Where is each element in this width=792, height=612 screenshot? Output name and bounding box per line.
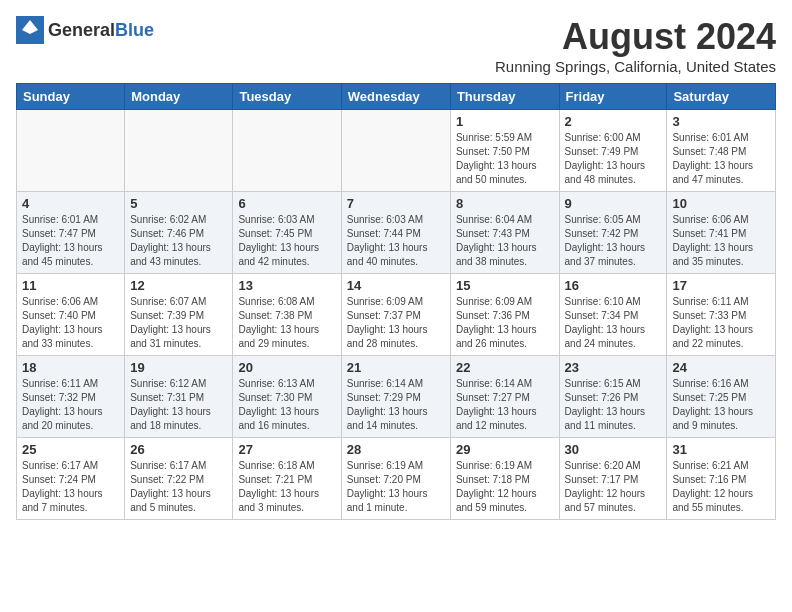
- calendar-day-29: 29Sunrise: 6:19 AM Sunset: 7:18 PM Dayli…: [450, 438, 559, 520]
- calendar-week-5: 25Sunrise: 6:17 AM Sunset: 7:24 PM Dayli…: [17, 438, 776, 520]
- day-number: 5: [130, 196, 227, 211]
- day-number: 9: [565, 196, 662, 211]
- page-header: GeneralBlue August 2024 Running Springs,…: [16, 16, 776, 75]
- day-number: 10: [672, 196, 770, 211]
- day-number: 24: [672, 360, 770, 375]
- calendar-day-25: 25Sunrise: 6:17 AM Sunset: 7:24 PM Dayli…: [17, 438, 125, 520]
- day-number: 7: [347, 196, 445, 211]
- col-header-saturday: Saturday: [667, 84, 776, 110]
- day-number: 11: [22, 278, 119, 293]
- col-header-wednesday: Wednesday: [341, 84, 450, 110]
- col-header-tuesday: Tuesday: [233, 84, 341, 110]
- day-info: Sunrise: 6:05 AM Sunset: 7:42 PM Dayligh…: [565, 213, 662, 269]
- calendar-week-2: 4Sunrise: 6:01 AM Sunset: 7:47 PM Daylig…: [17, 192, 776, 274]
- col-header-friday: Friday: [559, 84, 667, 110]
- day-number: 8: [456, 196, 554, 211]
- day-info: Sunrise: 6:07 AM Sunset: 7:39 PM Dayligh…: [130, 295, 227, 351]
- calendar-day-empty: [17, 110, 125, 192]
- calendar-day-15: 15Sunrise: 6:09 AM Sunset: 7:36 PM Dayli…: [450, 274, 559, 356]
- day-info: Sunrise: 6:14 AM Sunset: 7:27 PM Dayligh…: [456, 377, 554, 433]
- calendar-day-21: 21Sunrise: 6:14 AM Sunset: 7:29 PM Dayli…: [341, 356, 450, 438]
- location: Running Springs, California, United Stat…: [495, 58, 776, 75]
- calendar-day-empty: [233, 110, 341, 192]
- calendar-day-23: 23Sunrise: 6:15 AM Sunset: 7:26 PM Dayli…: [559, 356, 667, 438]
- day-number: 18: [22, 360, 119, 375]
- day-info: Sunrise: 6:20 AM Sunset: 7:17 PM Dayligh…: [565, 459, 662, 515]
- day-number: 3: [672, 114, 770, 129]
- col-header-monday: Monday: [125, 84, 233, 110]
- day-number: 13: [238, 278, 335, 293]
- calendar-day-22: 22Sunrise: 6:14 AM Sunset: 7:27 PM Dayli…: [450, 356, 559, 438]
- day-number: 2: [565, 114, 662, 129]
- day-number: 20: [238, 360, 335, 375]
- day-number: 12: [130, 278, 227, 293]
- day-info: Sunrise: 6:18 AM Sunset: 7:21 PM Dayligh…: [238, 459, 335, 515]
- day-info: Sunrise: 6:02 AM Sunset: 7:46 PM Dayligh…: [130, 213, 227, 269]
- day-info: Sunrise: 5:59 AM Sunset: 7:50 PM Dayligh…: [456, 131, 554, 187]
- calendar-day-4: 4Sunrise: 6:01 AM Sunset: 7:47 PM Daylig…: [17, 192, 125, 274]
- calendar-day-13: 13Sunrise: 6:08 AM Sunset: 7:38 PM Dayli…: [233, 274, 341, 356]
- day-info: Sunrise: 6:03 AM Sunset: 7:45 PM Dayligh…: [238, 213, 335, 269]
- calendar-day-17: 17Sunrise: 6:11 AM Sunset: 7:33 PM Dayli…: [667, 274, 776, 356]
- day-number: 29: [456, 442, 554, 457]
- day-info: Sunrise: 6:06 AM Sunset: 7:41 PM Dayligh…: [672, 213, 770, 269]
- calendar-day-6: 6Sunrise: 6:03 AM Sunset: 7:45 PM Daylig…: [233, 192, 341, 274]
- logo-icon: [16, 16, 44, 44]
- calendar-day-28: 28Sunrise: 6:19 AM Sunset: 7:20 PM Dayli…: [341, 438, 450, 520]
- month-year: August 2024: [495, 16, 776, 58]
- day-number: 25: [22, 442, 119, 457]
- day-number: 30: [565, 442, 662, 457]
- calendar-day-26: 26Sunrise: 6:17 AM Sunset: 7:22 PM Dayli…: [125, 438, 233, 520]
- calendar-day-14: 14Sunrise: 6:09 AM Sunset: 7:37 PM Dayli…: [341, 274, 450, 356]
- day-number: 17: [672, 278, 770, 293]
- day-number: 31: [672, 442, 770, 457]
- calendar-week-1: 1Sunrise: 5:59 AM Sunset: 7:50 PM Daylig…: [17, 110, 776, 192]
- calendar-day-12: 12Sunrise: 6:07 AM Sunset: 7:39 PM Dayli…: [125, 274, 233, 356]
- calendar-day-empty: [341, 110, 450, 192]
- day-info: Sunrise: 6:12 AM Sunset: 7:31 PM Dayligh…: [130, 377, 227, 433]
- col-header-thursday: Thursday: [450, 84, 559, 110]
- day-number: 1: [456, 114, 554, 129]
- day-info: Sunrise: 6:04 AM Sunset: 7:43 PM Dayligh…: [456, 213, 554, 269]
- day-number: 28: [347, 442, 445, 457]
- day-info: Sunrise: 6:09 AM Sunset: 7:36 PM Dayligh…: [456, 295, 554, 351]
- day-number: 27: [238, 442, 335, 457]
- day-info: Sunrise: 6:15 AM Sunset: 7:26 PM Dayligh…: [565, 377, 662, 433]
- day-number: 16: [565, 278, 662, 293]
- day-info: Sunrise: 6:17 AM Sunset: 7:24 PM Dayligh…: [22, 459, 119, 515]
- day-number: 23: [565, 360, 662, 375]
- day-number: 6: [238, 196, 335, 211]
- calendar-header-row: SundayMondayTuesdayWednesdayThursdayFrid…: [17, 84, 776, 110]
- calendar-day-empty: [125, 110, 233, 192]
- day-info: Sunrise: 6:00 AM Sunset: 7:49 PM Dayligh…: [565, 131, 662, 187]
- logo-general: General: [48, 20, 115, 40]
- calendar-day-11: 11Sunrise: 6:06 AM Sunset: 7:40 PM Dayli…: [17, 274, 125, 356]
- calendar-day-31: 31Sunrise: 6:21 AM Sunset: 7:16 PM Dayli…: [667, 438, 776, 520]
- day-info: Sunrise: 6:10 AM Sunset: 7:34 PM Dayligh…: [565, 295, 662, 351]
- day-info: Sunrise: 6:08 AM Sunset: 7:38 PM Dayligh…: [238, 295, 335, 351]
- logo-blue: Blue: [115, 20, 154, 40]
- day-info: Sunrise: 6:11 AM Sunset: 7:32 PM Dayligh…: [22, 377, 119, 433]
- calendar-day-16: 16Sunrise: 6:10 AM Sunset: 7:34 PM Dayli…: [559, 274, 667, 356]
- calendar-day-1: 1Sunrise: 5:59 AM Sunset: 7:50 PM Daylig…: [450, 110, 559, 192]
- title-block: August 2024 Running Springs, California,…: [495, 16, 776, 75]
- day-number: 19: [130, 360, 227, 375]
- day-number: 21: [347, 360, 445, 375]
- logo: GeneralBlue: [16, 16, 154, 44]
- day-info: Sunrise: 6:16 AM Sunset: 7:25 PM Dayligh…: [672, 377, 770, 433]
- day-number: 22: [456, 360, 554, 375]
- calendar-day-9: 9Sunrise: 6:05 AM Sunset: 7:42 PM Daylig…: [559, 192, 667, 274]
- calendar-day-2: 2Sunrise: 6:00 AM Sunset: 7:49 PM Daylig…: [559, 110, 667, 192]
- calendar-day-8: 8Sunrise: 6:04 AM Sunset: 7:43 PM Daylig…: [450, 192, 559, 274]
- calendar-day-10: 10Sunrise: 6:06 AM Sunset: 7:41 PM Dayli…: [667, 192, 776, 274]
- day-info: Sunrise: 6:11 AM Sunset: 7:33 PM Dayligh…: [672, 295, 770, 351]
- day-number: 4: [22, 196, 119, 211]
- day-info: Sunrise: 6:14 AM Sunset: 7:29 PM Dayligh…: [347, 377, 445, 433]
- calendar-day-3: 3Sunrise: 6:01 AM Sunset: 7:48 PM Daylig…: [667, 110, 776, 192]
- day-info: Sunrise: 6:01 AM Sunset: 7:48 PM Dayligh…: [672, 131, 770, 187]
- day-info: Sunrise: 6:01 AM Sunset: 7:47 PM Dayligh…: [22, 213, 119, 269]
- calendar-table: SundayMondayTuesdayWednesdayThursdayFrid…: [16, 83, 776, 520]
- day-info: Sunrise: 6:09 AM Sunset: 7:37 PM Dayligh…: [347, 295, 445, 351]
- calendar-day-27: 27Sunrise: 6:18 AM Sunset: 7:21 PM Dayli…: [233, 438, 341, 520]
- day-info: Sunrise: 6:03 AM Sunset: 7:44 PM Dayligh…: [347, 213, 445, 269]
